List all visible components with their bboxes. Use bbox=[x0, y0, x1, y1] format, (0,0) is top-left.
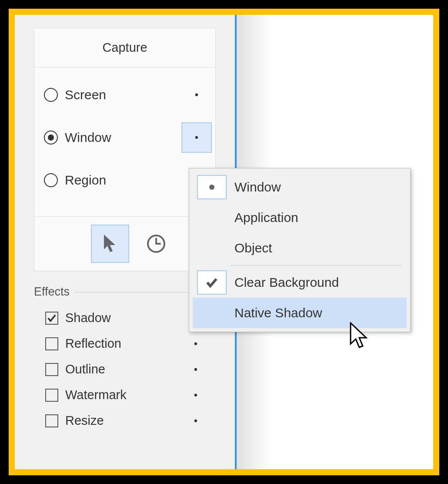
menu-item-native-shadow[interactable]: Native Shadow bbox=[193, 298, 407, 328]
menu-separator bbox=[230, 265, 402, 266]
radio-label: Region bbox=[65, 173, 106, 188]
effect-row-watermark[interactable]: Watermark • bbox=[34, 388, 216, 402]
effects-title: Effects bbox=[34, 285, 75, 299]
checkbox-icon bbox=[45, 389, 58, 402]
menu-item-application[interactable]: Application bbox=[193, 202, 407, 233]
capture-cursor-button[interactable] bbox=[91, 225, 129, 263]
capture-timer-button[interactable] bbox=[137, 225, 175, 263]
checkmark-icon bbox=[47, 313, 57, 323]
checkmark-icon bbox=[206, 276, 218, 289]
radio-icon bbox=[44, 88, 58, 102]
app-window: Capture Screen • Window bbox=[15, 15, 433, 469]
effect-row-outline[interactable]: Outline • bbox=[34, 362, 216, 376]
menu-item-clear-background[interactable]: Clear Background bbox=[193, 267, 407, 298]
cursor-icon bbox=[101, 234, 119, 254]
menu-label: Application bbox=[234, 210, 298, 225]
panel-footer bbox=[34, 216, 215, 271]
effect-label: Watermark bbox=[65, 388, 127, 402]
effect-label: Outline bbox=[65, 362, 105, 376]
radio-row-region[interactable]: Region • bbox=[44, 165, 208, 195]
annotation-frame: Capture Screen • Window bbox=[9, 9, 439, 475]
radio-icon bbox=[44, 173, 58, 187]
menu-label: Native Shadow bbox=[234, 306, 322, 320]
radio-label: Screen bbox=[65, 87, 106, 102]
checkbox-icon bbox=[45, 414, 58, 427]
effect-options-dot[interactable]: • bbox=[183, 363, 209, 376]
effect-label: Reflection bbox=[65, 336, 121, 351]
menu-item-object[interactable]: Object bbox=[193, 233, 407, 263]
effect-options-dot[interactable]: • bbox=[183, 389, 209, 401]
effect-row-reflection[interactable]: Reflection • bbox=[34, 336, 216, 351]
checkbox-icon bbox=[45, 312, 58, 325]
menu-item-window[interactable]: Window bbox=[193, 172, 407, 202]
checkbox-icon bbox=[45, 337, 58, 350]
dot-icon bbox=[209, 185, 214, 190]
menu-marker-cell bbox=[197, 236, 227, 260]
menu-marker-cell bbox=[197, 270, 227, 295]
menu-marker-cell bbox=[197, 205, 227, 230]
effect-row-resize[interactable]: Resize • bbox=[34, 413, 216, 428]
context-menu: Window Application Object Clear Backgrou… bbox=[189, 168, 411, 332]
effect-label: Shadow bbox=[65, 311, 111, 325]
menu-label: Object bbox=[234, 241, 272, 255]
clock-icon bbox=[146, 234, 166, 254]
panel-title: Capture bbox=[34, 28, 215, 67]
effect-options-dot[interactable]: • bbox=[183, 415, 209, 427]
options-dot-button[interactable]: • bbox=[181, 122, 212, 153]
effect-options-dot[interactable]: • bbox=[183, 338, 209, 350]
radio-row-window[interactable]: Window • bbox=[44, 122, 208, 153]
radio-icon bbox=[44, 131, 58, 145]
menu-marker-cell bbox=[197, 301, 227, 325]
menu-label: Window bbox=[234, 180, 281, 195]
options-dot-button[interactable]: • bbox=[181, 80, 212, 110]
panel-body: Screen • Window • bbox=[34, 67, 215, 216]
radio-label: Window bbox=[65, 130, 111, 145]
effect-label: Resize bbox=[65, 413, 104, 428]
menu-marker-cell bbox=[197, 175, 227, 199]
radio-row-screen[interactable]: Screen • bbox=[44, 80, 208, 110]
menu-label: Clear Background bbox=[234, 275, 339, 290]
checkbox-icon bbox=[45, 363, 58, 376]
